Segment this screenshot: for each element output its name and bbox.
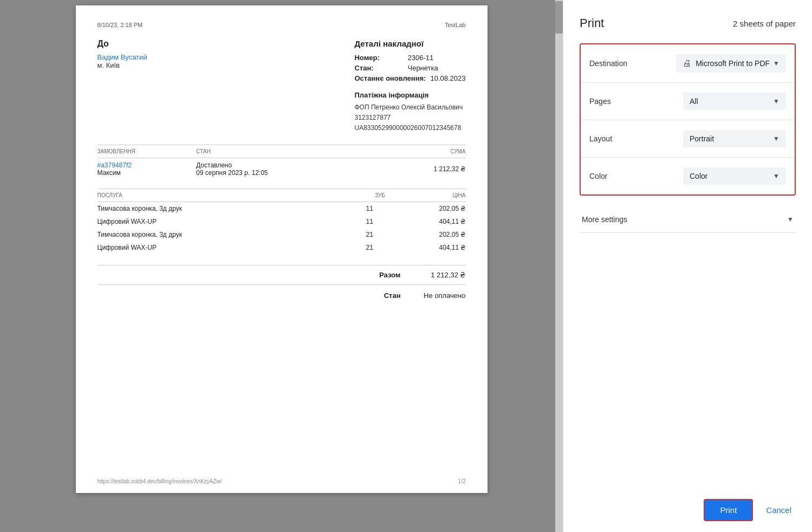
footer-page: 1/2	[458, 478, 466, 484]
to-heading: До	[98, 39, 147, 49]
print-button[interactable]: Print	[704, 499, 753, 521]
destination-label: Destination	[589, 59, 676, 68]
layout-arrow-icon: ▼	[773, 135, 779, 142]
destination-arrow-icon: ▼	[773, 60, 779, 67]
service-price: 202,05 ₴	[385, 202, 466, 215]
layout-row: Layout Portrait ▼	[581, 120, 795, 158]
pages-control: All ▼	[683, 93, 786, 110]
order-sum-cell: 1 212,32 ₴	[382, 158, 465, 180]
order-date: 09 серпня 2023 р. 12:05	[196, 169, 268, 177]
order-id-cell: #a379487f2 Максим	[98, 158, 197, 180]
client-name-link[interactable]: Вадим Вусатий	[98, 53, 147, 61]
more-settings-label: More settings	[582, 215, 627, 224]
total-label: Разом	[379, 271, 400, 279]
services-col2: ЗУБ	[354, 189, 385, 202]
payment-iban: UA833052990000026007012345678	[354, 123, 465, 133]
table-row: #a379487f2 Максим Доставлено 09 серпня 2…	[98, 158, 466, 180]
services-table: ПОСЛУГА ЗУБ ЦІНА Тимчасова коронка, 3д д…	[98, 189, 466, 254]
details-section: Деталі накладної Номер: 2306-11 Стан: Че…	[354, 39, 465, 134]
payment-code: 3123127877	[354, 113, 465, 123]
more-settings-arrow-icon: ▼	[787, 216, 794, 223]
client-city: м. Київ	[98, 61, 120, 69]
payment-name: ФОП Петренко Олексій Васильович	[354, 102, 465, 113]
meta-lab: TestLab	[445, 22, 466, 28]
color-dropdown-text: Color	[690, 172, 707, 180]
order-status: Доставлено	[196, 161, 232, 169]
color-arrow-icon: ▼	[773, 172, 779, 180]
destination-value: Microsoft Print to PDF	[696, 59, 770, 68]
color-label: Color	[589, 172, 683, 180]
destination-control: 🖨 Microsoft Print to PDF ▼	[676, 54, 786, 73]
service-price: 404,11 ₴	[385, 241, 466, 254]
layout-dropdown-text: Portrait	[690, 134, 714, 143]
footer-url: https://testlab.xobb4.dev/billing/invoic…	[98, 478, 222, 484]
service-name: Цифровий WAX-UP	[98, 241, 354, 254]
page-preview: 8/10/23, 2:18 PM TestLab До Вадим Вусати…	[76, 5, 488, 493]
total-row: Разом 1 212,32 ₴	[98, 271, 466, 279]
bottom-buttons: Print Cancel	[580, 490, 796, 521]
color-row: Color Color ▼	[581, 158, 795, 194]
payment-section: Платіжна інформація ФОП Петренко Олексій…	[354, 91, 465, 134]
detail-number: Номер: 2306-11	[354, 54, 465, 62]
number-label: Номер:	[354, 54, 403, 62]
order-name: Максим	[98, 169, 121, 177]
service-tooth: 11	[354, 215, 385, 228]
orders-col1: ЗАМОВЛЕННЯ	[98, 145, 197, 158]
destination-dropdown[interactable]: 🖨 Microsoft Print to PDF ▼	[676, 54, 786, 73]
layout-value: Portrait	[690, 134, 714, 143]
layout-control: Portrait ▼	[683, 130, 786, 147]
scrollbar-thumb[interactable]	[555, 1, 563, 34]
status-label: Стан:	[354, 64, 403, 72]
print-settings: Destination 🖨 Microsoft Print to PDF ▼ P…	[580, 43, 796, 196]
service-price: 404,11 ₴	[385, 215, 466, 228]
detail-status: Стан: Чернетка	[354, 64, 465, 72]
number-value: 2306-11	[407, 54, 433, 62]
printer-icon: 🖨	[683, 59, 691, 68]
table-row: Тимчасова коронка, 3д друк 21 202,05 ₴	[98, 228, 466, 241]
pages-dropdown-text: All	[690, 97, 698, 106]
meta-date: 8/10/23, 2:18 PM	[98, 22, 143, 28]
update-label: Останнє оновлення:	[354, 74, 426, 82]
to-section: До Вадим Вусатий м. Київ	[98, 39, 147, 134]
service-price: 202,05 ₴	[385, 228, 466, 241]
payment-heading: Платіжна інформація	[354, 91, 465, 99]
sheets-count: 2 sheets of paper	[733, 19, 796, 28]
service-name: Тимчасова коронка, 3д друк	[98, 228, 354, 241]
print-header: Print 2 sheets of paper	[580, 16, 796, 30]
payment-status-row: Стан Не оплачено	[98, 291, 466, 300]
orders-col2: СТАН	[196, 145, 382, 158]
more-settings-row[interactable]: More settings ▼	[580, 206, 796, 233]
color-control: Color ▼	[683, 167, 786, 185]
services-col3: ЦІНА	[385, 189, 466, 202]
total-value: 1 212,32 ₴	[423, 271, 466, 279]
payment-status-value: Не оплачено	[423, 291, 466, 300]
service-name: Тимчасова коронка, 3д друк	[98, 202, 354, 215]
orders-col3: СУМА	[382, 145, 465, 158]
scrollbar[interactable]	[555, 0, 563, 532]
layout-label: Layout	[589, 134, 683, 143]
totals-section: Разом 1 212,32 ₴	[98, 265, 466, 279]
orders-table: ЗАМОВЛЕННЯ СТАН СУМА #a379487f2 Максим Д…	[98, 145, 466, 180]
detail-update: Останнє оновлення: 10.08.2023	[354, 74, 465, 82]
pages-value: All	[690, 97, 698, 106]
cancel-button[interactable]: Cancel	[762, 500, 796, 520]
pages-label: Pages	[589, 97, 683, 106]
page-footer: https://testlab.xobb4.dev/billing/invoic…	[98, 478, 466, 484]
payment-info: ФОП Петренко Олексій Васильович 31231278…	[354, 102, 465, 134]
pages-dropdown[interactable]: All ▼	[683, 93, 786, 110]
services-col1: ПОСЛУГА	[98, 189, 354, 202]
table-row: Цифровий WAX-UP 21 404,11 ₴	[98, 241, 466, 254]
print-panel: Print 2 sheets of paper Destination 🖨 Mi…	[563, 0, 812, 532]
color-value: Color	[690, 172, 707, 180]
service-tooth: 21	[354, 228, 385, 241]
page-meta: 8/10/23, 2:18 PM TestLab	[98, 22, 466, 28]
update-value: 10.08.2023	[430, 74, 465, 82]
invoice-header: До Вадим Вусатий м. Київ Деталі накладно…	[98, 39, 466, 134]
destination-dropdown-text: 🖨 Microsoft Print to PDF	[683, 59, 770, 68]
layout-dropdown[interactable]: Portrait ▼	[683, 130, 786, 147]
table-row: Тимчасова коронка, 3д друк 11 202,05 ₴	[98, 202, 466, 215]
color-dropdown[interactable]: Color ▼	[683, 167, 786, 185]
order-id-link[interactable]: #a379487f2	[98, 161, 132, 169]
status-value: Чернетка	[407, 64, 438, 72]
details-heading: Деталі накладної	[354, 39, 465, 48]
